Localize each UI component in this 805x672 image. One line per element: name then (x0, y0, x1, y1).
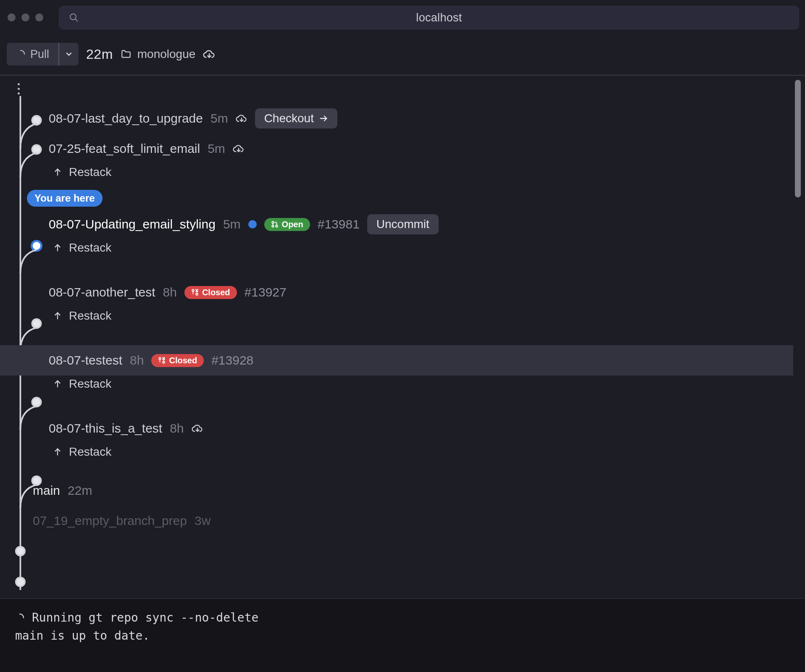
zoom-window-dot[interactable] (35, 13, 43, 21)
pull-button-label: Pull (30, 48, 49, 61)
status-dot-icon (248, 220, 257, 228)
toolbar-separator (0, 75, 805, 76)
branch-age: 3w (195, 514, 210, 528)
svg-point-10 (16, 547, 25, 556)
checkout-label: Checkout (264, 112, 314, 125)
branch-row-current[interactable]: 08-07-Updating_email_styling 5m Open #13… (0, 209, 793, 239)
branch-row-cutoff[interactable]: 07_19_empty_branch_prep 3w (0, 506, 793, 536)
scrollbar-thumb[interactable] (795, 80, 801, 197)
pr-state-label: Closed (169, 356, 197, 365)
svg-point-21 (196, 293, 198, 295)
restack-action[interactable]: Restack (0, 239, 793, 262)
uncommit-button[interactable]: Uncommit (367, 214, 439, 234)
restack-label: Restack (69, 241, 111, 255)
pr-number[interactable]: #13981 (318, 217, 360, 231)
restack-label: Restack (69, 165, 111, 179)
pull-button[interactable]: Pull (7, 43, 58, 66)
checkout-button[interactable]: Checkout (255, 108, 337, 129)
branch-name: 08-07-last_day_to_upgrade (49, 111, 203, 126)
branch-list: 08-07-last_day_to_upgrade 5m Checkout 07… (0, 80, 793, 598)
restack-label: Restack (69, 309, 111, 323)
cloud-icon[interactable] (236, 113, 247, 124)
svg-point-17 (272, 225, 274, 227)
restack-label: Restack (69, 377, 111, 391)
restack-action[interactable]: Restack (0, 307, 793, 330)
branch-name: 08-07-this_is_a_test (49, 421, 162, 436)
window-traffic-lights (8, 13, 43, 21)
branch-age: 5m (208, 142, 225, 156)
uncommit-label: Uncommit (376, 218, 429, 231)
branch-row-hover[interactable]: 08-07-testest 8h Closed #13928 (0, 345, 793, 375)
svg-point-18 (276, 225, 278, 227)
pr-state-badge[interactable]: Closed (184, 286, 237, 299)
branch-name: 07-25-feat_soft_limit_email (49, 142, 200, 156)
branch-name: 08-07-Updating_email_styling (49, 217, 216, 231)
branch-name: 07_19_empty_branch_prep (33, 514, 187, 528)
branch-row[interactable]: 07-25-feat_soft_limit_email 5m (0, 134, 793, 164)
svg-point-25 (159, 357, 161, 360)
cloud-download-icon[interactable] (203, 48, 216, 60)
last-sync-age: 22m (86, 47, 113, 62)
branch-row-main[interactable]: main 22m (0, 475, 793, 506)
pr-number[interactable]: #13928 (211, 353, 253, 368)
branch-name: 08-07-testest (49, 353, 122, 368)
more-above-icon[interactable] (18, 83, 20, 94)
branch-name: main (33, 483, 60, 498)
branch-age: 22m (68, 483, 92, 498)
branch-row[interactable]: 08-07-this_is_a_test 8h (0, 413, 793, 444)
svg-point-20 (192, 289, 194, 291)
cloud-icon[interactable] (192, 423, 203, 434)
svg-line-1 (75, 19, 78, 21)
branch-name: 08-07-another_test (49, 285, 155, 299)
address-host: localhost (79, 11, 799, 24)
branch-row[interactable]: 08-07-another_test 8h Closed #13927 (0, 277, 793, 307)
terminal-line: Running gt repo sync --no-delete (32, 611, 258, 625)
restack-action[interactable]: Restack (0, 164, 793, 186)
close-window-dot[interactable] (8, 13, 16, 21)
branch-age: 8h (130, 353, 144, 368)
restack-label: Restack (69, 445, 111, 459)
terminal-output: Running gt repo sync --no-delete main is… (0, 598, 805, 672)
restack-action[interactable]: Restack (0, 375, 793, 398)
svg-point-0 (70, 14, 76, 20)
you-are-here-badge: You are here (27, 190, 103, 207)
address-bar[interactable]: localhost (59, 6, 799, 29)
svg-point-26 (163, 361, 165, 363)
pr-state-label: Open (282, 220, 303, 229)
pull-dropdown-toggle[interactable] (58, 43, 79, 66)
branch-age: 5m (210, 111, 228, 126)
spinner-icon (15, 613, 24, 622)
pr-state-badge[interactable]: Open (264, 218, 310, 231)
branch-age: 8h (163, 285, 177, 299)
branch-row[interactable]: 08-07-last_day_to_upgrade 5m Checkout (0, 103, 793, 134)
repo-name: monologue (137, 47, 196, 61)
search-icon (69, 13, 79, 23)
terminal-line: main is up to date. (15, 629, 150, 643)
toolbar: Pull 22m monologue (7, 43, 805, 66)
repo-selector[interactable]: monologue (121, 47, 196, 61)
minimize-window-dot[interactable] (21, 13, 29, 21)
pr-state-badge[interactable]: Closed (151, 354, 204, 367)
pr-number[interactable]: #13927 (245, 285, 287, 299)
cloud-icon[interactable] (233, 143, 245, 155)
branch-age: 8h (170, 421, 184, 436)
branch-age: 5m (223, 217, 241, 231)
svg-point-11 (16, 578, 25, 586)
pr-state-label: Closed (202, 288, 230, 297)
svg-point-16 (272, 221, 274, 223)
restack-action[interactable]: Restack (0, 444, 793, 466)
